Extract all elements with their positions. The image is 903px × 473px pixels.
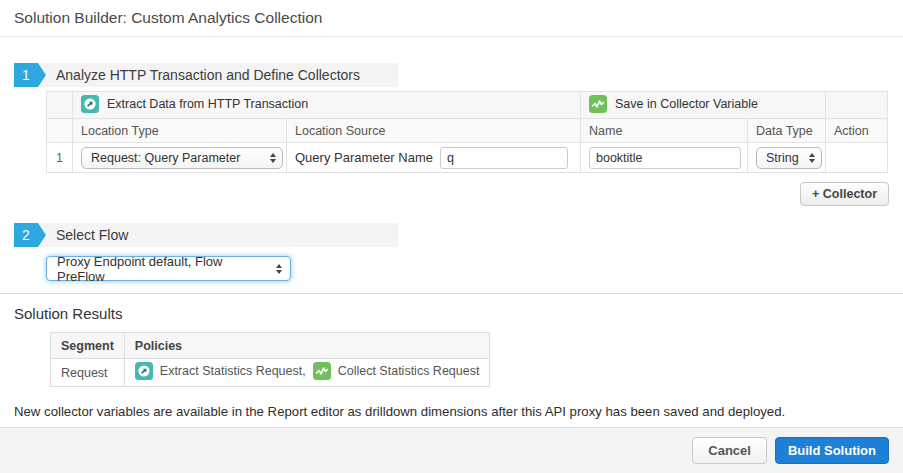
- location-source-cell: Query Parameter Name: [287, 143, 581, 173]
- cancel-button[interactable]: Cancel: [692, 437, 767, 464]
- index-column-header: [47, 119, 73, 143]
- step-1-badge: 1: [14, 63, 38, 87]
- content-area: 1 Analyze HTTP Transaction and Define Co…: [0, 63, 903, 419]
- step-2-title: Select Flow: [38, 223, 398, 247]
- add-collector-row: + Collector: [14, 182, 889, 206]
- add-collector-button[interactable]: + Collector: [800, 182, 889, 206]
- build-solution-button[interactable]: Build Solution: [775, 437, 889, 464]
- group-header-spacer-cell: [47, 92, 73, 119]
- location-source-column-header: Location Source: [287, 119, 581, 143]
- query-parameter-name-label: Query Parameter Name: [295, 150, 433, 165]
- collector-name-cell: [581, 143, 748, 173]
- action-group-header-cell: [826, 92, 888, 119]
- flow-select-value: Proxy Endpoint default, Flow PreFlow: [57, 254, 268, 284]
- extract-variables-icon: [81, 95, 99, 113]
- save-collector-group-label: Save in Collector Variable: [615, 97, 758, 111]
- action-cell: [826, 143, 888, 173]
- step-1-title: Analyze HTTP Transaction and Define Coll…: [38, 63, 398, 87]
- collector-table-column-header-row: Location Type Location Source Name Data …: [47, 119, 888, 143]
- collector-table-group-header-row: Extract Data from HTTP Transaction Save …: [47, 92, 888, 119]
- query-parameter-name-input[interactable]: [440, 147, 568, 169]
- save-collector-group-header: Save in Collector Variable: [581, 92, 826, 119]
- results-row-request: Request Extract Statistics Reque: [51, 359, 490, 387]
- extract-variables-icon: [135, 362, 153, 380]
- action-column-header: Action: [826, 119, 888, 143]
- collector-variables-note: New collector variables are available in…: [14, 404, 889, 419]
- results-header-row: Segment Policies: [51, 333, 490, 359]
- data-type-cell: String: [748, 143, 826, 173]
- location-type-select-value: Request: Query Parameter: [91, 151, 262, 165]
- collector-row-1: 1 Request: Query Parameter Query Paramet…: [47, 143, 888, 173]
- extract-data-group-label: Extract Data from HTTP Transaction: [107, 97, 308, 111]
- policies-cell: Extract Statistics Request, Collect Stat…: [124, 359, 490, 387]
- flow-select[interactable]: Proxy Endpoint default, Flow PreFlow: [46, 256, 291, 281]
- section-divider: [0, 293, 903, 294]
- location-type-select[interactable]: Request: Query Parameter: [81, 147, 283, 169]
- policy-label-extract: Extract Statistics Request,: [160, 364, 306, 378]
- data-type-select-value: String: [766, 151, 801, 165]
- page-title: Solution Builder: Custom Analytics Colle…: [14, 9, 889, 27]
- row-index: 1: [47, 143, 73, 173]
- select-stepper-icon: [270, 153, 276, 163]
- collector-name-input[interactable]: [589, 147, 741, 169]
- policies-column-header: Policies: [124, 333, 490, 359]
- location-type-column-header: Location Type: [73, 119, 287, 143]
- step-2-header: 2 Select Flow: [14, 223, 889, 247]
- location-type-cell: Request: Query Parameter: [73, 143, 287, 173]
- step-2-badge: 2: [14, 223, 38, 247]
- footer-bar: Cancel Build Solution: [0, 427, 903, 473]
- page-header: Solution Builder: Custom Analytics Colle…: [0, 0, 903, 37]
- extract-data-group-header: Extract Data from HTTP Transaction: [73, 92, 581, 119]
- policy-label-collect: Collect Statistics Request: [338, 364, 480, 378]
- select-stepper-icon: [276, 264, 282, 274]
- select-stepper-icon: [809, 153, 815, 163]
- segment-cell: Request: [51, 359, 125, 387]
- statistics-collector-icon: [589, 95, 607, 113]
- solution-results-table: Segment Policies Request: [50, 332, 490, 387]
- step-1-header: 1 Analyze HTTP Transaction and Define Co…: [14, 63, 889, 87]
- name-column-header: Name: [581, 119, 748, 143]
- solution-results-title: Solution Results: [14, 305, 889, 322]
- data-type-column-header: Data Type: [748, 119, 826, 143]
- segment-column-header: Segment: [51, 333, 125, 359]
- statistics-collector-icon: [313, 362, 331, 380]
- collector-table: Extract Data from HTTP Transaction Save …: [46, 91, 888, 173]
- data-type-select[interactable]: String: [756, 147, 822, 169]
